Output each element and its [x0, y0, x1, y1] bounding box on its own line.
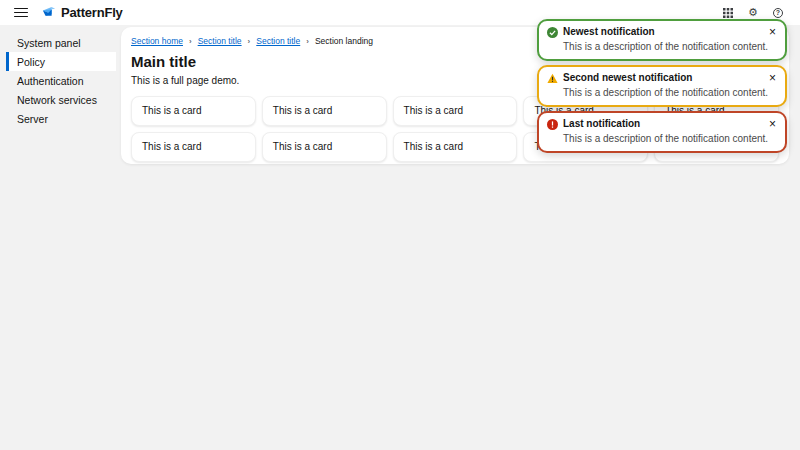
close-icon[interactable]: × — [768, 26, 777, 38]
close-icon[interactable]: × — [768, 118, 777, 130]
card: This is a card — [131, 132, 256, 162]
masthead-actions: ⚙ ? — [721, 6, 785, 20]
chevron-right-icon: › — [189, 37, 192, 46]
brand-logo[interactable]: PatternFly — [42, 5, 123, 20]
card: This is a card — [131, 96, 256, 126]
sidebar-item-policy[interactable]: Policy — [6, 52, 116, 71]
toast-warning: Second newest notification × This is a d… — [537, 65, 787, 107]
chevron-right-icon: › — [248, 37, 251, 46]
patternfly-logo-icon — [42, 6, 56, 20]
breadcrumb-link[interactable]: Section home — [131, 36, 183, 46]
gear-icon[interactable]: ⚙ — [746, 6, 760, 20]
nav-toggle-button[interactable] — [10, 4, 32, 22]
close-icon[interactable]: × — [768, 72, 777, 84]
toast-description: This is a description of the notificatio… — [563, 133, 777, 145]
toast-danger: Last notification × This is a descriptio… — [537, 111, 787, 153]
sidebar-item-system-panel[interactable]: System panel — [0, 33, 121, 52]
toast-description: This is a description of the notificatio… — [563, 87, 777, 99]
toast-description: This is a description of the notificatio… — [563, 41, 777, 53]
breadcrumb-link[interactable]: Section title — [256, 36, 300, 46]
card: This is a card — [262, 132, 387, 162]
card: This is a card — [393, 132, 518, 162]
card: This is a card — [393, 96, 518, 126]
toast-title: Second newest notification — [563, 72, 763, 84]
breadcrumb-current: Section landing — [315, 36, 373, 46]
sidebar-nav: System panel Policy Authentication Netwo… — [0, 25, 121, 450]
toast-title: Newest notification — [563, 26, 763, 38]
card: This is a card — [262, 96, 387, 126]
toast-notification-group: Newest notification × This is a descript… — [537, 19, 787, 153]
sidebar-item-server[interactable]: Server — [0, 109, 121, 128]
sidebar-item-authentication[interactable]: Authentication — [0, 71, 121, 90]
check-circle-icon — [547, 27, 558, 38]
toast-title: Last notification — [563, 118, 763, 130]
question-circle-icon[interactable]: ? — [771, 6, 785, 20]
sidebar-item-network-services[interactable]: Network services — [0, 90, 121, 109]
chevron-right-icon: › — [306, 37, 309, 46]
exclamation-circle-icon — [547, 119, 558, 130]
warning-triangle-icon — [547, 73, 558, 84]
brand-name: PatternFly — [61, 5, 123, 20]
breadcrumb-link[interactable]: Section title — [198, 36, 242, 46]
hamburger-menu-icon — [14, 8, 28, 10]
toast-success: Newest notification × This is a descript… — [537, 19, 787, 61]
apps-grid-icon[interactable] — [721, 6, 735, 20]
